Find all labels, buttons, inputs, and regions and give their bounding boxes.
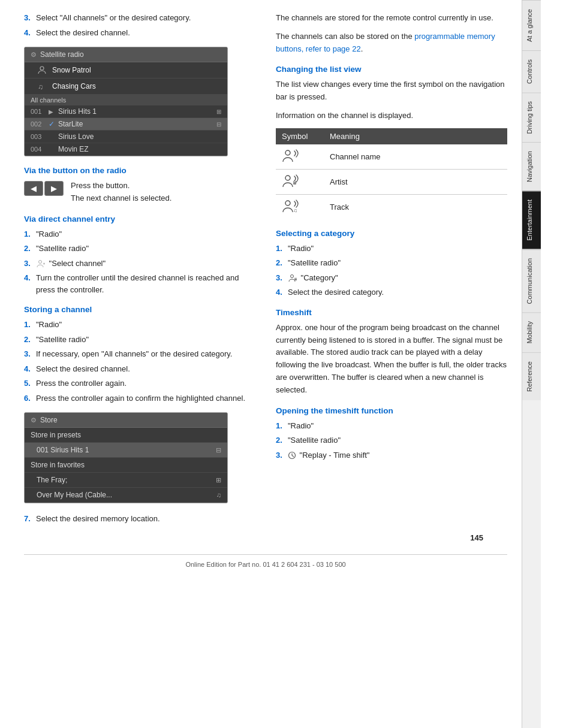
prev-button[interactable]: ◀ bbox=[24, 181, 43, 196]
button-section: ◀ ▶ Press the button. The next channel i… bbox=[24, 180, 258, 205]
storing-step-1-text: "Radio" bbox=[36, 319, 62, 331]
symbol-track-icon-cell: ♫ bbox=[276, 194, 324, 219]
channel-002-num: 002 bbox=[31, 120, 49, 128]
page-container: 3. Select "All channels" or the desired … bbox=[0, 0, 572, 728]
store-track-label: Over My Head (Cable... bbox=[37, 491, 213, 499]
store-artist-row[interactable]: The Fray; ⊞ bbox=[25, 473, 227, 488]
sidebar-tab-reference[interactable]: Reference bbox=[522, 352, 541, 400]
storing-step-4-num: 4. bbox=[24, 363, 32, 375]
left-column: 3. Select "All channels" or the desired … bbox=[24, 12, 258, 533]
sidebar-tab-at-a-glance[interactable]: At a glance bbox=[522, 0, 541, 50]
artist-symbol bbox=[282, 174, 300, 188]
direct-step-4-num: 4. bbox=[24, 272, 32, 295]
symbol-table: Symbol Meaning bbox=[276, 128, 507, 219]
channel-name-meaning: Channel name bbox=[324, 144, 507, 170]
opening-steps-list: 1. "Radio" 2. "Satellite radio" 3. bbox=[276, 420, 507, 461]
sidebar-tab-driving-tips[interactable]: Driving tips bbox=[522, 92, 541, 142]
via-direct-steps-list: 1. "Radio" 2. "Satellite radio" 3. bbox=[24, 228, 258, 296]
changing-list-text1: The list view changes every time the fir… bbox=[276, 78, 507, 104]
timeshift-text: Approx. one hour of the program being br… bbox=[276, 322, 507, 397]
symbol-channel-icon-cell bbox=[276, 144, 324, 170]
storing-heading: Storing a channel bbox=[24, 305, 258, 314]
store-channel-label: 001 Sirius Hits 1 bbox=[37, 446, 212, 454]
remote-text: The channels are stored for the remote c… bbox=[276, 12, 507, 25]
changing-list-text2: Information on the channel is displayed. bbox=[276, 110, 507, 122]
opening-step-2: 2. "Satellite radio" bbox=[276, 434, 507, 446]
direct-step-3-num: 3. bbox=[24, 258, 32, 270]
sidebar-tab-navigation[interactable]: Navigation bbox=[522, 142, 541, 191]
track-row: ♫ Chasing Cars bbox=[25, 78, 227, 95]
storing-step-5-text: Press the controller again. bbox=[36, 377, 127, 389]
channel-001-icon: ⊞ bbox=[216, 108, 221, 115]
store-favorites-row[interactable]: Store in favorites bbox=[25, 458, 227, 473]
selecting-step-4: 4. Select the desired category. bbox=[276, 286, 507, 298]
step-3-num: 3. bbox=[24, 12, 32, 24]
programmable-link[interactable]: programmable memory buttons, refer to pa… bbox=[276, 32, 495, 53]
storing-step-2-num: 2. bbox=[24, 334, 32, 346]
storing-step-4-text: Select the desired channel. bbox=[36, 363, 130, 375]
artist-meaning: Artist bbox=[324, 169, 507, 194]
store-title-bar: ⚙ Store bbox=[25, 413, 227, 428]
step-3-text: Select "All channels" or the desired cat… bbox=[36, 12, 191, 24]
channel-003-num: 003 bbox=[31, 133, 49, 140]
step-4-num: 4. bbox=[24, 27, 32, 39]
direct-step-4: 4. Turn the controller until the desired… bbox=[24, 272, 258, 295]
person-icon bbox=[37, 65, 47, 75]
channel-003[interactable]: 003 Sirius Love bbox=[25, 131, 227, 143]
timeshift-heading: Timeshift bbox=[276, 308, 507, 317]
sidebar-tab-communication[interactable]: Communication bbox=[522, 249, 541, 312]
store-track-row[interactable]: Over My Head (Cable... ♫ bbox=[25, 488, 227, 503]
step-7-num: 7. bbox=[24, 513, 32, 525]
svg-point-0 bbox=[40, 67, 44, 70]
opening-step-3-content: "Replay - Time shift" bbox=[288, 449, 370, 461]
mockup-title-icon: ⚙ bbox=[31, 51, 37, 59]
svg-rect-7 bbox=[293, 182, 296, 185]
storing-step-6-text: Press the controller again to confirm th… bbox=[36, 392, 245, 404]
opening-step-2-text: "Satellite radio" bbox=[288, 434, 341, 446]
mockup-title-text: Satellite radio bbox=[40, 50, 84, 59]
next-button[interactable]: ▶ bbox=[44, 181, 64, 196]
store-presets-label: Store in presets bbox=[31, 431, 221, 439]
storing-step-3-num: 3. bbox=[24, 348, 32, 360]
symbol-row-track: ♫ Track bbox=[276, 194, 507, 219]
selecting-step-2: 2. "Satellite radio" bbox=[276, 257, 507, 269]
direct-step-3-text: "Select channel" bbox=[36, 258, 106, 270]
symbol-row-artist: Artist bbox=[276, 169, 507, 194]
storing-steps-list: 1. "Radio" 2. "Satellite radio" 3. If ne… bbox=[24, 319, 258, 404]
selecting-steps-list: 1. "Radio" 2. "Satellite radio" 3. bbox=[276, 243, 507, 298]
storing-step-5: 5. Press the controller again. bbox=[24, 377, 258, 389]
store-channel-icon: ⊟ bbox=[216, 446, 221, 454]
store-channel-row[interactable]: 001 Sirius Hits 1 ⊟ bbox=[25, 443, 227, 458]
storing-step-2: 2. "Satellite radio" bbox=[24, 334, 258, 346]
direct-step-3: 3. "Select channel" bbox=[24, 258, 258, 270]
storing-step-3: 3. If necessary, open "All channels" or … bbox=[24, 348, 258, 360]
step-3: 3. Select "All channels" or the desired … bbox=[24, 12, 258, 24]
channel-001[interactable]: 001 ▶ Sirius Hits 1 ⊞ bbox=[25, 105, 227, 118]
meaning-header: Meaning bbox=[324, 128, 507, 144]
selecting-step-3-content: "Category" bbox=[288, 272, 338, 284]
svg-point-2 bbox=[39, 261, 42, 264]
satellite-radio-mockup: ⚙ Satellite radio Snow Patrol bbox=[24, 47, 228, 156]
opening-step-3-num: 3. bbox=[276, 449, 284, 461]
store-track-icon: ♫ bbox=[216, 491, 221, 499]
step-7-text: Select the desired memory location. bbox=[36, 513, 160, 525]
nav-buttons[interactable]: ◀ ▶ bbox=[24, 181, 64, 196]
selecting-step-4-num: 4. bbox=[276, 286, 284, 298]
direct-step-2-text: "Satellite radio" bbox=[36, 243, 89, 255]
sidebar-tab-controls[interactable]: Controls bbox=[522, 50, 541, 92]
symbol-artist-icon-cell bbox=[276, 169, 324, 194]
selecting-step-1-num: 1. bbox=[276, 243, 284, 255]
via-button-heading: Via the button on the radio bbox=[24, 166, 258, 175]
sidebar-tab-mobility[interactable]: Mobility bbox=[522, 312, 541, 352]
store-presets-row[interactable]: Store in presets bbox=[25, 428, 227, 443]
mockup-title-bar: ⚙ Satellite radio bbox=[25, 47, 227, 62]
svg-point-6 bbox=[285, 176, 290, 180]
channel-002[interactable]: 002 ✓ StarLite ⊟ bbox=[25, 118, 227, 131]
store-mockup: ⚙ Store Store in presets 001 Sirius Hits… bbox=[24, 412, 228, 503]
svg-text:♫: ♫ bbox=[38, 83, 43, 91]
channel-002-check: ✓ bbox=[49, 120, 58, 128]
track-name: Chasing Cars bbox=[52, 82, 221, 90]
sidebar-tab-entertainment[interactable]: Entertainment bbox=[522, 191, 541, 249]
channel-004[interactable]: 004 Movin EZ bbox=[25, 143, 227, 156]
storing-step-5-num: 5. bbox=[24, 377, 32, 389]
